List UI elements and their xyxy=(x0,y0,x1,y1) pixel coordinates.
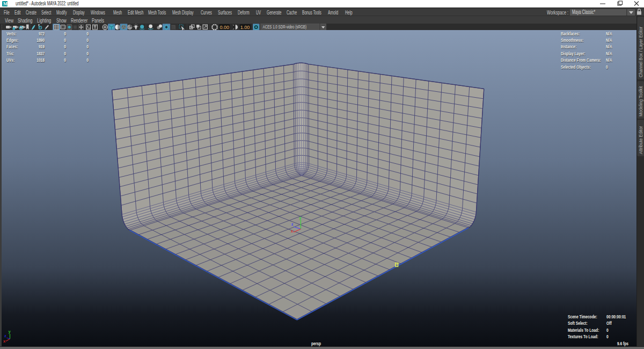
svg-text:Modeling Toolkit: Modeling Toolkit xyxy=(638,86,643,117)
svg-text:Channel Box / Layer Editor: Channel Box / Layer Editor xyxy=(638,26,643,77)
svg-text:z: z xyxy=(4,333,6,338)
svg-text:1.00: 1.00 xyxy=(240,25,250,30)
svg-text:y: y xyxy=(9,329,11,334)
svg-text:z: z xyxy=(291,222,294,226)
svg-text:ACES 1.0 SDR-video (sRGB): ACES 1.0 SDR-video (sRGB) xyxy=(263,24,307,30)
svg-text:Attribute Editor: Attribute Editor xyxy=(638,126,643,154)
svg-text:x: x xyxy=(291,229,293,233)
svg-text:y: y xyxy=(299,216,302,220)
svg-text:0.00: 0.00 xyxy=(219,25,229,30)
svg-text:x: x xyxy=(3,339,6,344)
